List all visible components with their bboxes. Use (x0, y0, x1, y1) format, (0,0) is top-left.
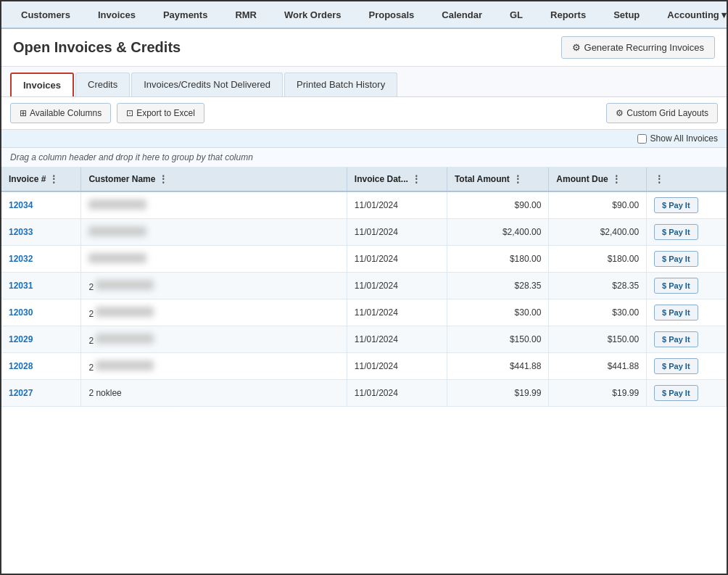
table-row: 1203311/01/2024$2,400.00$2,400.00$ Pay I… (1, 219, 727, 246)
amount-due-cell: $19.99 (549, 380, 647, 407)
custom-grid-layouts-button[interactable]: ⚙ Custom Grid Layouts (606, 103, 718, 123)
nav-tab-accounting[interactable]: Accounting (653, 1, 728, 28)
table-header-row: Invoice # ⋮ Customer Name ⋮ Invoice Dat.… (1, 167, 727, 191)
pay-it-button[interactable]: $ Pay It (654, 305, 698, 320)
pay-it-button[interactable]: $ Pay It (654, 251, 698, 267)
tab-invoices[interactable]: Invoices (10, 73, 74, 96)
col-customer-name: Customer Name ⋮ (81, 167, 347, 191)
invoice-link[interactable]: 12029 (9, 334, 33, 344)
pay-it-cell: $ Pay It (647, 326, 727, 353)
pay-it-button[interactable]: $ Pay It (654, 278, 698, 294)
table-body: 1203411/01/2024$90.00$90.00$ Pay It12033… (1, 191, 727, 407)
col-actions: ⋮ (647, 167, 727, 191)
total-amount-cell: $30.00 (447, 299, 548, 326)
table-wrapper: Invoice # ⋮ Customer Name ⋮ Invoice Dat.… (1, 167, 727, 407)
blurred-name (88, 253, 146, 263)
sub-tabs: Invoices Credits Invoices/Credits Not De… (1, 67, 727, 97)
blurred-name (96, 307, 154, 317)
amount-due-cell: $2,400.00 (549, 219, 647, 246)
col-menu-total-amount[interactable]: ⋮ (513, 173, 523, 185)
pay-it-cell: $ Pay It (647, 273, 727, 299)
toolbar-left: ⊞ Available Columns ⊡ Export to Excel (10, 103, 204, 123)
invoice-date-cell: 11/01/2024 (347, 219, 447, 246)
tab-credits[interactable]: Credits (75, 73, 130, 96)
blurred-name (88, 226, 146, 236)
pay-it-button[interactable]: $ Pay It (654, 197, 698, 213)
nav-tab-rmr[interactable]: RMR (221, 1, 270, 28)
total-amount-cell: $180.00 (447, 246, 548, 273)
table-row: 1203211/01/2024$180.00$180.00$ Pay It (1, 246, 727, 273)
blurred-name (96, 280, 154, 290)
pay-it-cell: $ Pay It (647, 246, 727, 273)
invoice-date-cell: 11/01/2024 (347, 246, 447, 273)
tab-invoices-credits-not-delivered[interactable]: Invoices/Credits Not Delivered (131, 73, 283, 96)
generate-recurring-invoices-button[interactable]: ⚙ Generate Recurring Invoices (561, 36, 715, 59)
columns-icon: ⊞ (20, 108, 27, 118)
drag-hint: Drag a column header and drop it here to… (1, 148, 727, 167)
col-invoice-date: Invoice Dat... ⋮ (347, 167, 447, 191)
total-amount-cell: $150.00 (447, 326, 548, 353)
customer-name-cell (81, 246, 347, 273)
col-menu-invoice-date[interactable]: ⋮ (411, 173, 421, 185)
nav-tab-calendar[interactable]: Calendar (428, 1, 496, 28)
col-menu-amount-due[interactable]: ⋮ (611, 173, 621, 185)
invoice-link[interactable]: 12028 (9, 361, 33, 371)
col-invoice-num: Invoice # ⋮ (1, 167, 81, 191)
customer-name-cell: 2 noklee (81, 380, 347, 407)
table-row: 120302 11/01/2024$30.00$30.00$ Pay It (1, 299, 727, 326)
pay-it-button[interactable]: $ Pay It (654, 385, 698, 401)
blurred-name (96, 360, 154, 371)
invoice-date-cell: 11/01/2024 (347, 380, 447, 407)
nav-tab-gl[interactable]: GL (496, 1, 537, 28)
nav-tab-reports[interactable]: Reports (537, 1, 600, 28)
amount-due-cell: $28.35 (549, 273, 647, 299)
invoice-date-cell: 11/01/2024 (347, 299, 447, 326)
nav-tab-customers[interactable]: Customers (7, 1, 84, 28)
nav-tab-payments[interactable]: Payments (149, 1, 221, 28)
total-amount-cell: $90.00 (447, 191, 548, 219)
invoice-date-cell: 11/01/2024 (347, 353, 447, 380)
invoice-date-cell: 11/01/2024 (347, 326, 447, 353)
pay-it-cell: $ Pay It (647, 219, 727, 246)
tab-printed-batch-history[interactable]: Printed Batch History (284, 73, 397, 96)
pay-it-button[interactable]: $ Pay It (654, 224, 698, 240)
invoice-link[interactable]: 12031 (9, 281, 33, 291)
amount-due-cell: $30.00 (549, 299, 647, 326)
gear-icon: ⚙ (616, 108, 624, 118)
invoice-link[interactable]: 12032 (9, 254, 33, 264)
col-menu-customer-name[interactable]: ⋮ (158, 173, 168, 185)
nav-tab-workorders[interactable]: Work Orders (270, 1, 355, 28)
customer-name-cell: 2 (81, 299, 347, 326)
nav-tab-setup[interactable]: Setup (600, 1, 653, 28)
invoice-link[interactable]: 12030 (9, 307, 33, 318)
total-amount-cell: $28.35 (447, 273, 548, 299)
excel-icon: ⊡ (126, 108, 133, 118)
invoice-link[interactable]: 12027 (9, 388, 33, 398)
customer-name-cell (81, 191, 347, 219)
export-to-excel-button[interactable]: ⊡ Export to Excel (117, 103, 204, 123)
blurred-name (88, 199, 146, 210)
invoice-date-cell: 11/01/2024 (347, 273, 447, 299)
toolbar: ⊞ Available Columns ⊡ Export to Excel ⚙ … (1, 97, 727, 130)
table-row: 120312 11/01/2024$28.35$28.35$ Pay It (1, 273, 727, 299)
table-row: 120282 11/01/2024$441.88$441.88$ Pay It (1, 353, 727, 380)
table-row: 120272 noklee11/01/2024$19.99$19.99$ Pay… (1, 380, 727, 407)
page-title: Open Invoices & Credits (13, 39, 181, 56)
invoice-link[interactable]: 12033 (9, 227, 33, 237)
nav-tab-proposals[interactable]: Proposals (355, 1, 429, 28)
customer-name-cell (81, 219, 347, 246)
show-all-invoices-checkbox[interactable] (637, 134, 647, 144)
amount-due-cell: $180.00 (549, 246, 647, 273)
nav-tab-invoices[interactable]: Invoices (84, 1, 149, 28)
pay-it-button[interactable]: $ Pay It (654, 358, 698, 374)
amount-due-cell: $90.00 (549, 191, 647, 219)
total-amount-cell: $19.99 (447, 380, 548, 407)
available-columns-button[interactable]: ⊞ Available Columns (10, 103, 111, 123)
col-menu-actions[interactable]: ⋮ (654, 173, 664, 185)
pay-it-button[interactable]: $ Pay It (654, 331, 698, 347)
show-all-row: Show All Invoices (1, 130, 727, 148)
invoices-table: Invoice # ⋮ Customer Name ⋮ Invoice Dat.… (1, 167, 727, 407)
pay-it-cell: $ Pay It (647, 353, 727, 380)
col-menu-invoice-num[interactable]: ⋮ (49, 173, 59, 185)
invoice-link[interactable]: 12034 (9, 200, 33, 210)
